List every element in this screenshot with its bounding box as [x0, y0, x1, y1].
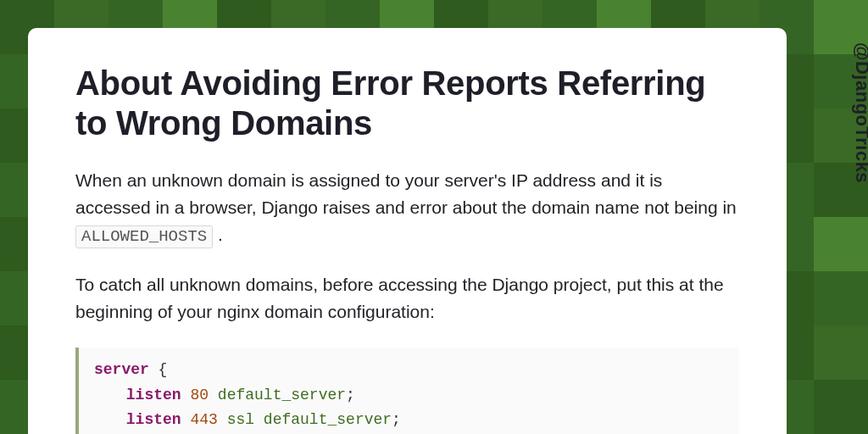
code-line-2: listen 80 default_server; — [94, 383, 724, 409]
content-card: About Avoiding Error Reports Referring t… — [28, 28, 787, 434]
article-title: About Avoiding Error Reports Referring t… — [75, 64, 739, 143]
kw-server: server — [94, 361, 149, 378]
brace-open: { — [149, 361, 168, 378]
nginx-code-block: server { listen 80 default_server; liste… — [75, 348, 739, 434]
semi-1: ; — [346, 387, 355, 403]
code-line-3: listen 443 ssl default_server; — [94, 408, 724, 433]
val-default-1: default_server — [218, 387, 346, 403]
code-line-1: server { — [94, 358, 724, 383]
allowed-hosts-code: ALLOWED_HOSTS — [75, 225, 213, 248]
kw-listen-1: listen — [126, 387, 181, 403]
kw-listen-2: listen — [126, 411, 181, 428]
intro-text-a: When an unknown domain is assigned to yo… — [75, 170, 737, 217]
val-ssl: ssl — [227, 411, 254, 428]
twitter-handle: @DjangoTricks — [837, 42, 868, 183]
semi-2: ; — [392, 411, 401, 428]
port-443: 443 — [190, 411, 217, 428]
port-80: 80 — [190, 387, 209, 403]
intro-text-b: . — [213, 225, 223, 244]
intro-paragraph: When an unknown domain is assigned to yo… — [75, 167, 739, 249]
val-default-2: default_server — [264, 411, 392, 428]
instructions-paragraph: To catch all unknown domains, before acc… — [75, 271, 739, 326]
